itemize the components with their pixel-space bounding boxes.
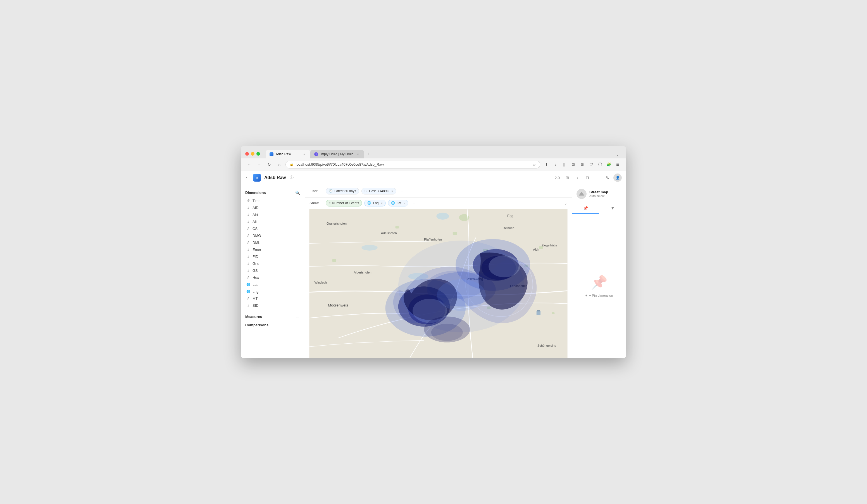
cs-icon: A bbox=[246, 227, 250, 230]
sidebar-item-sid[interactable]: # SID bbox=[241, 302, 305, 309]
download-button[interactable]: ↓ bbox=[552, 161, 559, 169]
lat-show-close[interactable]: × bbox=[404, 202, 405, 205]
grid-view-button[interactable]: ⊞ bbox=[563, 173, 571, 182]
forward-button[interactable]: → bbox=[255, 161, 263, 169]
nav-bar: ← → ↻ ⌂ 🔒 localhost:9095/pivot/i/70fcca4… bbox=[241, 158, 626, 171]
imply-tab-close[interactable]: × bbox=[355, 152, 360, 157]
sidebar-item-alt[interactable]: # Alt bbox=[241, 218, 305, 225]
reader-button[interactable]: ⊡ bbox=[569, 161, 577, 169]
pin-dimension-button[interactable]: + + Pin dimension bbox=[586, 294, 613, 298]
adsb-tab-close[interactable]: × bbox=[302, 152, 307, 157]
hex-filter-close[interactable]: × bbox=[391, 190, 393, 193]
sidebar-item-dml[interactable]: A DML bbox=[241, 239, 305, 246]
lng-show-close[interactable]: × bbox=[381, 202, 383, 205]
shield-button[interactable]: 🛡 bbox=[587, 161, 595, 169]
sidebar-item-lng[interactable]: 🌐 Lng bbox=[241, 288, 305, 295]
info-button[interactable]: ⓘ bbox=[290, 175, 293, 180]
security-icon: 🔒 bbox=[290, 163, 293, 166]
svg-text:Eitelsried: Eitelsried bbox=[501, 226, 514, 229]
show-expand-button[interactable]: ⌄ bbox=[564, 201, 567, 205]
lat-show-chip[interactable]: 🌐 Lat × bbox=[388, 200, 408, 206]
fid-icon: # bbox=[246, 255, 250, 258]
sidebar-item-gnd[interactable]: # Gnd bbox=[241, 260, 305, 267]
mt-icon: A bbox=[246, 297, 250, 300]
sidebar-item-mt-label: MT bbox=[253, 297, 300, 301]
map-container[interactable]: Egg Grunertshofen Adelshofen Pfaffenhofe… bbox=[305, 209, 572, 358]
tab-imply[interactable]: I Imply Druid | My Druid × bbox=[310, 150, 364, 158]
dimensions-search-button[interactable]: 🔍 bbox=[295, 190, 300, 195]
tab-expand-button[interactable]: ⌄ bbox=[613, 151, 622, 158]
dmg-icon: A bbox=[246, 234, 250, 237]
bookmark-button[interactable]: ☆ bbox=[532, 162, 536, 167]
sidebar-item-alrt[interactable]: # Alrt bbox=[241, 211, 305, 218]
extensions-button[interactable]: 🧩 bbox=[605, 161, 613, 169]
pocket-button[interactable]: ⬇ bbox=[543, 161, 550, 169]
sidebar-item-hex[interactable]: A Hex bbox=[241, 274, 305, 281]
pin-tab[interactable]: 📌 bbox=[572, 203, 599, 214]
filter-bar: Filter 🕐 Latest 30 days ⬡ Hex: 3D489C × … bbox=[305, 185, 572, 197]
menu-button[interactable]: ☰ bbox=[614, 161, 622, 169]
app-title: Adsb Raw bbox=[264, 175, 286, 180]
sidebar-item-sid-label: SID bbox=[253, 303, 300, 308]
home-button[interactable]: ⌂ bbox=[275, 161, 283, 169]
header-actions: ⊞ ↓ ⊟ ··· ✎ 👤 bbox=[563, 173, 622, 182]
sidebar-item-cs-label: CS bbox=[253, 227, 300, 231]
sidebar-item-gs[interactable]: # GS bbox=[241, 267, 305, 274]
events-show-chip[interactable]: ≡ Number of Events bbox=[326, 200, 362, 206]
nav-actions: ⬇ ↓ ||| ⊡ ⊞ 🛡 ⓘ 🧩 ☰ bbox=[543, 161, 622, 169]
sidebar-item-dml-label: DML bbox=[253, 240, 300, 245]
more-button[interactable]: ··· bbox=[593, 173, 602, 182]
lng-show-chip[interactable]: 🌐 Lng × bbox=[364, 200, 385, 206]
bookmarks-button[interactable]: ||| bbox=[560, 161, 568, 169]
back-button[interactable]: ← bbox=[245, 161, 253, 169]
comparisons-section-header: Comparisons bbox=[241, 321, 305, 329]
firefox-account-button[interactable]: ⓘ bbox=[596, 161, 604, 169]
sidebar-item-dmg-label: DMG bbox=[253, 234, 300, 238]
sidebar-item-emer[interactable]: # Emer bbox=[241, 246, 305, 253]
settings-button[interactable]: ⊟ bbox=[583, 173, 592, 182]
svg-point-11 bbox=[362, 245, 378, 250]
svg-rect-27 bbox=[537, 310, 540, 311]
right-panel-tabs: 📌 ▼ bbox=[572, 203, 626, 214]
user-avatar[interactable]: 👤 bbox=[613, 173, 622, 182]
containers-button[interactable]: ⊞ bbox=[578, 161, 586, 169]
sidebar-item-gnd-label: Gnd bbox=[253, 261, 300, 266]
time-filter-chip[interactable]: 🕐 Latest 30 days bbox=[326, 188, 359, 194]
close-button[interactable] bbox=[245, 152, 249, 156]
new-tab-button[interactable]: + bbox=[364, 149, 372, 158]
minimize-button[interactable] bbox=[251, 152, 255, 156]
measures-more-button[interactable]: ··· bbox=[295, 314, 300, 320]
pin-icon-large: 📌 bbox=[591, 275, 608, 290]
svg-point-38 bbox=[489, 255, 520, 277]
address-bar[interactable]: 🔒 localhost:9095/pivot/i/70fcca407c0e0ce… bbox=[286, 161, 540, 169]
sidebar-item-aid[interactable]: # AID bbox=[241, 204, 305, 211]
sidebar-item-emer-label: Emer bbox=[253, 248, 300, 252]
tab-adsb[interactable]: Adsb Raw × bbox=[266, 150, 310, 158]
dimensions-more-button[interactable]: ··· bbox=[287, 190, 292, 195]
clock-icon: 🕐 bbox=[329, 189, 333, 193]
sidebar-item-dmg[interactable]: A DMG bbox=[241, 232, 305, 239]
refresh-button[interactable]: ↻ bbox=[265, 161, 273, 169]
sidebar-item-cs[interactable]: A CS bbox=[241, 225, 305, 232]
add-filter-button[interactable]: + bbox=[399, 188, 405, 194]
sidebar-item-fid[interactable]: # FID bbox=[241, 253, 305, 260]
svg-text:Pfaffenhofen: Pfaffenhofen bbox=[424, 237, 442, 241]
map-type-info: Street map Auto select bbox=[589, 190, 622, 197]
sidebar-item-lat[interactable]: 🌐 Lat bbox=[241, 281, 305, 288]
hex-filter-chip[interactable]: ⬡ Hex: 3D489C × bbox=[362, 188, 396, 194]
sidebar-item-time[interactable]: ⏱ Time bbox=[241, 197, 305, 204]
add-show-button[interactable]: + bbox=[410, 200, 417, 206]
app-back-button[interactable]: ← bbox=[245, 175, 250, 180]
sidebar-item-lng-label: Lng bbox=[253, 289, 300, 294]
sid-icon: # bbox=[246, 304, 250, 307]
svg-text:Albertshofen: Albertshofen bbox=[354, 271, 372, 274]
lat-show-text: Lat bbox=[397, 201, 402, 205]
filter-tab[interactable]: ▼ bbox=[599, 203, 626, 214]
sidebar-item-mt[interactable]: A MT bbox=[241, 295, 305, 302]
map-type-icon bbox=[577, 189, 587, 199]
edit-button[interactable]: ✎ bbox=[603, 173, 612, 182]
download-data-button[interactable]: ↓ bbox=[573, 173, 581, 182]
maximize-button[interactable] bbox=[256, 152, 260, 156]
sidebar-item-lat-label: Lat bbox=[253, 282, 300, 287]
alrt-icon: # bbox=[246, 213, 250, 216]
